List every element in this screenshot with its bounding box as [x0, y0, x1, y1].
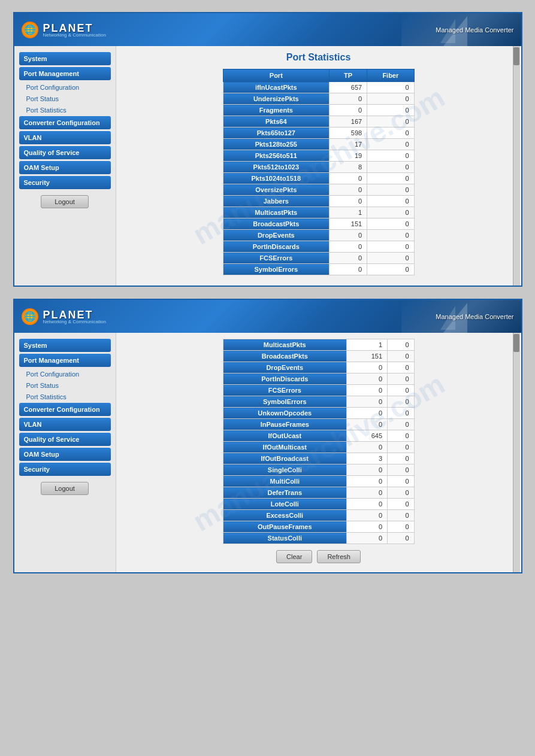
stat-tp: 0	[347, 487, 388, 499]
stat-name: PortInDiscards	[223, 374, 347, 385]
stat-tp: 0	[347, 476, 388, 487]
logout-button-1[interactable]: Logout	[41, 195, 89, 208]
stat-fiber: 0	[367, 264, 414, 275]
table-row: SingleColli 0 0	[223, 464, 414, 476]
stat-tp: 1	[330, 207, 367, 218]
sidebar-link-port-stats[interactable]: Port Statistics	[19, 105, 111, 116]
sidebar-1: System Port Management Port Configuratio…	[14, 46, 116, 286]
col-tp: TP	[330, 69, 367, 82]
table-row: Pkts512to1023 8 0	[223, 162, 414, 173]
sidebar2-item-converter-config[interactable]: Converter Configuration	[19, 403, 111, 416]
table-row: SymbolErrors 0 0	[223, 396, 414, 408]
stat-name: MultiColli	[223, 476, 347, 487]
stat-tp: 151	[330, 218, 367, 230]
sidebar2-item-security[interactable]: Security	[19, 463, 111, 476]
stat-tp: 0	[347, 419, 388, 430]
table-row: Pkts256to511 19 0	[223, 150, 414, 162]
scroll-thumb-1[interactable]	[513, 47, 519, 65]
sidebar-item-oam-setup[interactable]: OAM Setup	[19, 161, 111, 174]
stat-name: IfOutUcast	[223, 430, 347, 442]
sidebar-item-vlan[interactable]: VLAN	[19, 131, 111, 144]
refresh-button[interactable]: Refresh	[317, 550, 361, 563]
stat-fiber: 0	[367, 173, 414, 184]
sidebar2-link-port-status[interactable]: Port Status	[19, 380, 111, 391]
stat-fiber: 0	[367, 196, 414, 207]
sidebar-item-qos[interactable]: Quality of Service	[19, 146, 111, 159]
sidebar2-link-port-config[interactable]: Port Configuration	[19, 369, 111, 379]
stat-tp: 0	[347, 374, 388, 385]
stat-name: IfOutBroadcast	[223, 453, 347, 464]
stat-fiber: 0	[388, 374, 414, 385]
stat-fiber: 0	[367, 150, 414, 162]
sidebar-item-converter-config[interactable]: Converter Configuration	[19, 116, 111, 129]
sidebar-link-port-config[interactable]: Port Configuration	[19, 82, 111, 93]
stat-fiber: 0	[388, 499, 414, 510]
table-row: DeferTrans 0 0	[223, 487, 414, 499]
logo-area: 🌐 PLANET Networking & Communication	[22, 22, 106, 38]
table-row: IfOutMulticast 0 0	[223, 442, 414, 453]
sidebar2-item-oam-setup[interactable]: OAM Setup	[19, 448, 111, 461]
stat-tp: 0	[330, 253, 367, 264]
stat-name: InPauseFrames	[223, 419, 347, 430]
stat-fiber: 0	[388, 442, 414, 453]
sidebar-item-system[interactable]: System	[19, 52, 111, 65]
stat-tp: 0	[347, 385, 388, 396]
stat-tp: 3	[347, 453, 388, 464]
stat-tp: 0	[347, 521, 388, 533]
page-wrapper: 🌐 PLANET Networking & Communication Mana…	[13, 12, 522, 573]
stat-name: FCSErrors	[223, 385, 347, 396]
stat-name: Pkts512to1023	[223, 162, 330, 173]
planet-logo-icon-2: 🌐	[22, 308, 38, 325]
stat-name: PortInDiscards	[223, 241, 330, 253]
logout-button-2[interactable]: Logout	[41, 482, 89, 495]
table-row: UndersizePkts 0 0	[223, 93, 414, 105]
stat-fiber: 0	[367, 207, 414, 218]
panel-body-2: System Port Management Port Configuratio…	[14, 333, 521, 572]
stat-tp: 598	[330, 127, 367, 139]
logo-text-area-2: PLANET Networking & Communication	[43, 309, 106, 324]
table-row: DropEvents 0 0	[223, 230, 414, 241]
sidebar-item-security[interactable]: Security	[19, 176, 111, 189]
stat-fiber: 0	[388, 396, 414, 408]
scroll-thumb-2[interactable]	[513, 334, 519, 352]
clear-button[interactable]: Clear	[276, 550, 312, 563]
stat-name: BroadcastPkts	[223, 218, 330, 230]
sidebar-link-port-status[interactable]: Port Status	[19, 93, 111, 104]
stat-name: UnkownOpcodes	[223, 408, 347, 419]
table-row: BroadcastPkts 151 0	[223, 218, 414, 230]
scrollbar-1[interactable]	[513, 46, 520, 286]
stat-tp: 8	[330, 162, 367, 173]
logo-subtitle: Networking & Communication	[43, 32, 106, 38]
table-row: MultiColli 0 0	[223, 476, 414, 487]
stat-tp: 0	[347, 396, 388, 408]
stat-tp: 0	[330, 264, 367, 275]
table-row: UnkownOpcodes 0 0	[223, 408, 414, 419]
table-row: SymbolErrors 0 0	[223, 264, 414, 275]
stat-tp: 1	[347, 339, 388, 351]
stat-tp: 0	[347, 499, 388, 510]
stat-tp: 0	[330, 93, 367, 105]
stat-fiber: 0	[388, 385, 414, 396]
sidebar2-item-qos[interactable]: Quality of Service	[19, 433, 111, 446]
stat-tp: 0	[347, 442, 388, 453]
stat-fiber: 0	[388, 430, 414, 442]
stat-name: Pkts64	[223, 116, 330, 127]
stat-name: SymbolErrors	[223, 264, 330, 275]
sidebar2-link-port-stats[interactable]: Port Statistics	[19, 391, 111, 402]
table-row: OversizePkts 0 0	[223, 184, 414, 196]
table-row: PortInDiscards 0 0	[223, 374, 414, 385]
table-row: Pkts65to127 598 0	[223, 127, 414, 139]
stat-name: Pkts65to127	[223, 127, 330, 139]
action-buttons: Clear Refresh	[125, 550, 512, 563]
sidebar2-item-system[interactable]: System	[19, 339, 111, 352]
stat-tp: 0	[330, 230, 367, 241]
stat-tp: 0	[347, 533, 388, 544]
table-row: LoteColli 0 0	[223, 499, 414, 510]
stat-fiber: 0	[367, 230, 414, 241]
sidebar2-item-vlan[interactable]: VLAN	[19, 418, 111, 431]
sidebar2-item-port-management[interactable]: Port Management	[19, 354, 111, 367]
table-row: IfOutBroadcast 3 0	[223, 453, 414, 464]
stat-tp: 167	[330, 116, 367, 127]
scrollbar-2[interactable]	[513, 333, 520, 572]
sidebar-item-port-management[interactable]: Port Management	[19, 67, 111, 80]
